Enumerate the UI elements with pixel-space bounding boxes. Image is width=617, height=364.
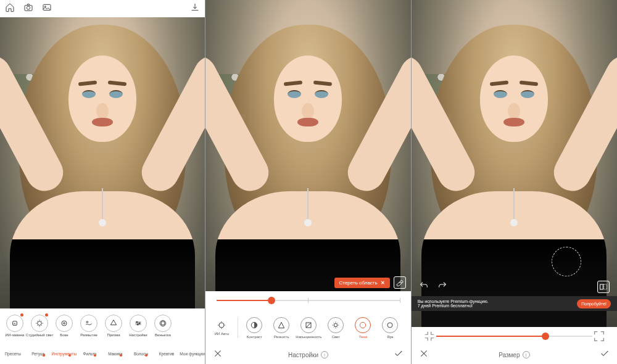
tool-Виньетка[interactable]: Виньетка	[151, 315, 175, 337]
tab-Креатив[interactable]: Креатив	[154, 352, 180, 356]
adjust-Насыщенность[interactable]: Насыщенность	[295, 317, 322, 339]
svg-point-17	[219, 323, 224, 328]
info-icon[interactable]: i	[523, 351, 530, 358]
tab-Пресеты[interactable]: Пресеты	[0, 352, 26, 356]
svg-point-7	[62, 321, 67, 326]
history-bar	[412, 279, 617, 295]
svg-point-10	[136, 321, 138, 323]
premium-line1: Вы используете Premium-функцию.	[418, 299, 489, 304]
screenshot-2: Стереть область✕ До и после✕ ИИ АвтоКонт…	[205, 0, 411, 364]
size-slider[interactable]	[436, 336, 592, 337]
confirm-bar: Размерi	[412, 345, 617, 364]
top-bar	[0, 0, 205, 17]
tool-Размытие[interactable]: Размытие	[77, 315, 101, 337]
apply-button[interactable]	[394, 349, 404, 361]
svg-point-21	[360, 322, 366, 328]
svg-point-6	[38, 321, 42, 326]
adjust-Контраст[interactable]: Контраст	[241, 317, 268, 339]
svg-rect-23	[600, 284, 603, 289]
tab-Волосы[interactable]: Волосы	[128, 352, 154, 356]
panel-title: Размер	[499, 352, 520, 358]
brush-preview-circle	[552, 247, 581, 276]
adjust-row[interactable]: ИИ АвтоКонтрастРезкостьНасыщенностьСветТ…	[205, 310, 410, 345]
value-slider[interactable]	[205, 291, 410, 310]
svg-point-12	[137, 324, 138, 325]
tab-Макияж[interactable]: Макияж	[102, 352, 128, 356]
svg-point-8	[64, 323, 65, 325]
close-icon[interactable]: ✕	[381, 280, 385, 286]
tool-Боке[interactable]: Боке	[52, 315, 77, 337]
gallery-icon[interactable]	[42, 2, 52, 15]
tool-Студийный свет[interactable]: Студийный свет	[27, 315, 52, 337]
screenshot-3: Вы используете Premium-функцию. 7 дней P…	[412, 0, 617, 364]
tab-Фильтр[interactable]: Фильтр	[77, 352, 103, 356]
tab-row[interactable]: ПресетыРетушьИнструментыФильтрМакияжВоло…	[0, 343, 205, 364]
slider-fill	[217, 300, 271, 301]
svg-point-9	[86, 321, 88, 323]
erase-chip-row: Стереть область✕	[334, 276, 406, 289]
cancel-button[interactable]	[419, 349, 429, 361]
redo-icon[interactable]	[437, 281, 447, 293]
svg-point-20	[334, 323, 337, 326]
premium-line2: 7 дней Premium бесплатно!	[418, 304, 489, 308]
size-slider-bar	[412, 327, 617, 345]
svg-text:AI: AI	[14, 322, 16, 325]
tab-Ретушь[interactable]: Ретушь	[26, 352, 52, 356]
shrink-icon[interactable]	[423, 329, 436, 343]
slider-thumb[interactable]	[268, 297, 275, 304]
camera-icon[interactable]	[23, 2, 33, 15]
cancel-button[interactable]	[213, 349, 223, 361]
tool-ИИ-замена[interactable]: AIИИ-замена	[2, 315, 27, 337]
home-icon[interactable]	[5, 2, 15, 15]
panel-title: Настройки	[288, 352, 318, 358]
tab-Мои функции[interactable]: Мои функции	[180, 352, 205, 356]
svg-point-11	[139, 323, 140, 324]
screenshot-1: AIИИ-заменаСтудийный светБокеРазмытиеПри…	[0, 0, 205, 364]
erase-area-button[interactable]: Стереть область✕	[334, 278, 390, 288]
adjust-Ярк[interactable]: Ярк	[376, 317, 404, 339]
compare-icon[interactable]	[597, 281, 610, 293]
confirm-bar: Настройкиi	[205, 345, 410, 364]
apply-button[interactable]	[600, 349, 610, 361]
try-button[interactable]: Попробуйте!	[577, 299, 611, 308]
slider-thumb[interactable]	[542, 333, 549, 340]
svg-point-1	[27, 6, 30, 9]
adjust-ИИ Авто[interactable]: ИИ Авто	[208, 320, 235, 336]
svg-point-22	[387, 323, 392, 328]
svg-rect-13	[160, 320, 165, 326]
expand-icon[interactable]	[592, 329, 606, 343]
necklace	[102, 188, 103, 220]
adjust-Резкость[interactable]: Резкость	[268, 317, 295, 339]
svg-rect-24	[604, 284, 607, 289]
tool-row[interactable]: AIИИ-заменаСтудийный светБокеРазмытиеПри…	[0, 308, 205, 343]
svg-rect-14	[161, 321, 164, 325]
tool-Призма[interactable]: Призма	[101, 315, 126, 337]
info-icon[interactable]: i	[321, 351, 328, 358]
download-icon[interactable]	[190, 2, 200, 15]
face	[68, 56, 136, 142]
adjust-Тени[interactable]: Тени	[349, 317, 376, 339]
tool-Настройки[interactable]: Настройки	[126, 315, 151, 337]
adjust-Свет[interactable]: Свет	[322, 317, 349, 339]
eraser-icon[interactable]	[394, 276, 406, 289]
undo-icon[interactable]	[419, 281, 429, 293]
premium-banner: Вы используете Premium-функцию. 7 дней P…	[412, 296, 617, 311]
tab-Инструменты[interactable]: Инструменты	[51, 352, 77, 356]
